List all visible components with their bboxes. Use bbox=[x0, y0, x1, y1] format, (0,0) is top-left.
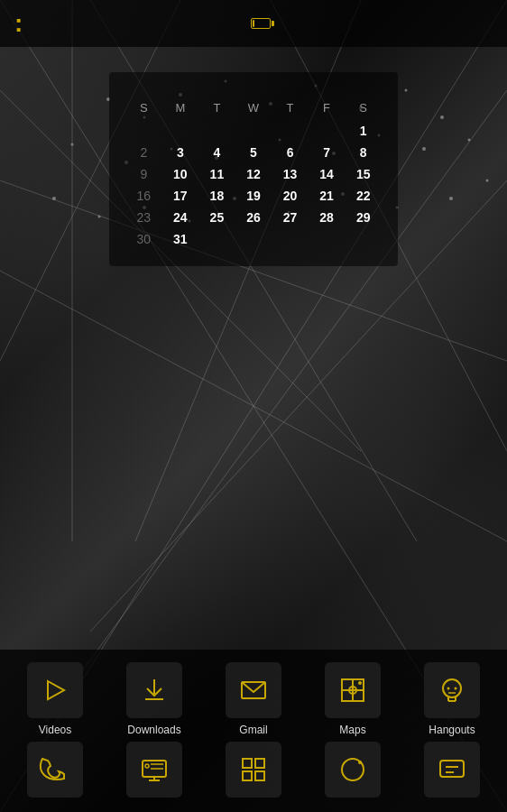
calendar-day-cell[interactable]: 18 bbox=[198, 185, 235, 207]
calendar-week-row: 16171819202122 bbox=[125, 185, 382, 207]
calendar-day-cell[interactable]: 13 bbox=[272, 163, 309, 185]
svg-point-31 bbox=[98, 216, 101, 218]
dock-row-1: Videos Downloads Gmail Maps Hangouts bbox=[5, 662, 502, 736]
time-display: : bbox=[13, 11, 30, 36]
calendar-day-cell[interactable]: 19 bbox=[235, 185, 272, 207]
app-icon-box-videos bbox=[27, 662, 83, 718]
calendar-day-cell[interactable]: 22 bbox=[345, 185, 382, 207]
calendar-day-cell bbox=[309, 120, 346, 142]
calendar-day-cell[interactable]: 21 bbox=[309, 185, 346, 207]
calendar-grid: SMTWTFS 12345678910111213141516171819202… bbox=[125, 99, 382, 250]
calendar-week-row: 3031 bbox=[125, 228, 382, 250]
svg-line-7 bbox=[0, 271, 507, 541]
svg-point-54 bbox=[455, 687, 457, 690]
app-icon-box-hangouts bbox=[424, 662, 480, 718]
calendar-day-cell bbox=[272, 120, 309, 142]
app-icon-box-downloads bbox=[126, 662, 182, 718]
calendar-day-cell[interactable]: 4 bbox=[198, 142, 235, 163]
calendar-week-row: 1 bbox=[125, 120, 382, 142]
app-icon-grid[interactable] bbox=[213, 742, 294, 798]
calendar-day-cell[interactable]: 29 bbox=[345, 207, 382, 228]
calendar-day-cell[interactable]: 24 bbox=[162, 207, 199, 228]
svg-point-28 bbox=[422, 147, 426, 151]
calendar-day-cell[interactable]: 10 bbox=[162, 163, 199, 185]
app-icon-chat[interactable] bbox=[411, 742, 493, 798]
calendar-day-cell[interactable]: 27 bbox=[272, 207, 309, 228]
calendar-day-cell bbox=[235, 228, 272, 250]
calendar-day-cell[interactable]: 5 bbox=[235, 142, 272, 163]
app-icon-box-tv bbox=[126, 742, 182, 798]
calendar-day-header: T bbox=[198, 99, 235, 120]
app-icon-box-phone bbox=[27, 742, 83, 798]
svg-point-38 bbox=[449, 197, 453, 200]
svg-point-39 bbox=[486, 180, 489, 182]
status-center bbox=[251, 18, 274, 30]
app-label-maps: Maps bbox=[339, 724, 365, 736]
battery-row bbox=[251, 18, 274, 29]
calendar-day-cell[interactable]: 15 bbox=[345, 163, 382, 185]
calendar-day-cell[interactable]: 1 bbox=[345, 120, 382, 142]
app-icon-maps[interactable]: Maps bbox=[312, 662, 393, 736]
svg-rect-68 bbox=[440, 761, 464, 777]
calendar-day-cell bbox=[198, 120, 235, 142]
svg-point-48 bbox=[358, 681, 362, 685]
calendar-day-cell bbox=[198, 228, 235, 250]
calendar-week-row: 9101112131415 bbox=[125, 163, 382, 185]
app-label-hangouts: Hangouts bbox=[429, 724, 475, 736]
calendar-day-cell[interactable]: 8 bbox=[345, 142, 382, 163]
calendar-day-cell[interactable]: 16 bbox=[125, 185, 162, 207]
calendar-day-header: W bbox=[235, 99, 272, 120]
app-icon-circle[interactable] bbox=[312, 742, 393, 798]
app-icon-videos[interactable]: Videos bbox=[14, 662, 96, 736]
svg-marker-40 bbox=[48, 681, 64, 699]
app-icon-gmail[interactable]: Gmail bbox=[213, 662, 294, 736]
app-icon-downloads[interactable]: Downloads bbox=[114, 662, 195, 736]
calendar-week-row: 23242526272829 bbox=[125, 207, 382, 228]
svg-point-67 bbox=[358, 761, 362, 764]
calendar-day-cell[interactable]: 7 bbox=[309, 142, 346, 163]
svg-point-29 bbox=[468, 139, 471, 142]
calendar-widget[interactable]: SMTWTFS 12345678910111213141516171819202… bbox=[109, 72, 398, 266]
calendar-day-cell[interactable]: 12 bbox=[235, 163, 272, 185]
calendar-day-cell[interactable]: 20 bbox=[272, 185, 309, 207]
calendar-day-cell[interactable]: 17 bbox=[162, 185, 199, 207]
calendar-day-cell[interactable]: 11 bbox=[198, 163, 235, 185]
time-colon: : bbox=[14, 11, 23, 36]
calendar-day-cell[interactable]: 25 bbox=[198, 207, 235, 228]
svg-rect-65 bbox=[255, 771, 264, 780]
calendar-day-cell[interactable]: 26 bbox=[235, 207, 272, 228]
calendar-day-header: T bbox=[272, 99, 309, 120]
svg-point-19 bbox=[405, 89, 408, 92]
calendar-day-cell[interactable]: 6 bbox=[272, 142, 309, 163]
app-icon-box-gmail bbox=[226, 662, 281, 718]
calendar-day-cell[interactable]: 30 bbox=[125, 228, 162, 250]
calendar-day-cell[interactable]: 28 bbox=[309, 207, 346, 228]
svg-rect-64 bbox=[243, 771, 252, 780]
app-label-videos: Videos bbox=[39, 724, 71, 736]
app-icon-tv[interactable] bbox=[114, 742, 195, 798]
battery-icon bbox=[251, 18, 271, 29]
calendar-header-row: SMTWTFS bbox=[125, 99, 382, 120]
calendar-body: 1234567891011121314151617181920212223242… bbox=[125, 120, 382, 250]
app-label-gmail: Gmail bbox=[239, 724, 267, 736]
calendar-day-header: F bbox=[309, 99, 346, 120]
app-icon-box-grid bbox=[226, 742, 281, 798]
calendar-day-cell bbox=[345, 228, 382, 250]
calendar-day-cell[interactable]: 2 bbox=[125, 142, 162, 163]
calendar-day-cell[interactable]: 3 bbox=[162, 142, 199, 163]
calendar-day-cell[interactable]: 9 bbox=[125, 163, 162, 185]
calendar-day-cell[interactable]: 23 bbox=[125, 207, 162, 228]
app-icon-phone[interactable] bbox=[14, 742, 96, 798]
svg-rect-63 bbox=[255, 759, 264, 768]
calendar-day-header: M bbox=[162, 99, 199, 120]
calendar-day-cell bbox=[235, 120, 272, 142]
calendar-day-cell[interactable]: 31 bbox=[162, 228, 199, 250]
svg-point-21 bbox=[71, 143, 74, 146]
svg-point-53 bbox=[447, 687, 450, 690]
app-icon-hangouts[interactable]: Hangouts bbox=[411, 662, 493, 736]
calendar-day-cell[interactable]: 14 bbox=[309, 163, 346, 185]
battery-fill bbox=[253, 20, 255, 27]
app-label-downloads: Downloads bbox=[127, 724, 180, 736]
svg-point-30 bbox=[52, 197, 56, 200]
calendar-day-cell bbox=[272, 228, 309, 250]
